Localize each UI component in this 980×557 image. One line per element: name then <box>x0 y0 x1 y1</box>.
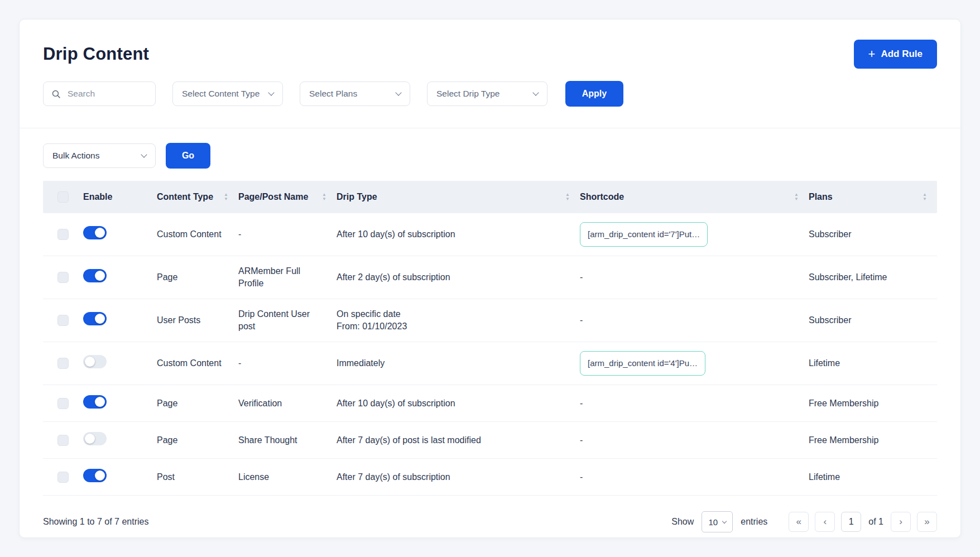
row-checkbox[interactable] <box>57 229 69 240</box>
table-row: PageShare ThoughtAfter 7 day(s) of post … <box>43 422 937 459</box>
drip-type-select[interactable]: Select Drip Type <box>427 81 547 106</box>
of-pages-text: of 1 <box>868 517 883 527</box>
enable-toggle[interactable] <box>83 469 107 482</box>
toggle-knob <box>95 397 105 407</box>
sort-icon[interactable]: ▲▼ <box>923 193 927 201</box>
page-title: Drip Content <box>43 44 149 64</box>
enable-cell <box>83 469 157 486</box>
enable-toggle[interactable] <box>83 226 107 239</box>
enable-toggle[interactable] <box>83 269 107 282</box>
go-button[interactable]: Go <box>166 143 210 169</box>
toggle-knob <box>85 357 95 367</box>
select-all-checkbox[interactable] <box>57 191 69 203</box>
page-post-name-cell: Drip Content User post <box>238 308 337 333</box>
row-checkbox-cell <box>43 472 83 483</box>
shortcode-chip[interactable]: [arm_drip_content id='7']Put… <box>580 222 708 247</box>
chevron-down-icon <box>395 89 401 95</box>
row-checkbox[interactable] <box>57 398 69 409</box>
plans-cell: Subscriber <box>809 314 937 326</box>
drip-rules-table: Enable Content Type ▲▼ Page/Post Name ▲▼… <box>43 181 937 496</box>
row-checkbox[interactable] <box>57 315 69 326</box>
row-checkbox-cell <box>43 272 83 283</box>
shortcode-cell: - <box>580 314 809 326</box>
content-type-cell: Page <box>157 271 238 284</box>
apply-button[interactable]: Apply <box>565 81 623 107</box>
plans-cell: Subscriber <box>809 228 937 241</box>
table-row: User PostsDrip Content User postOn speci… <box>43 299 937 342</box>
page-post-name-cell: - <box>238 228 337 241</box>
per-page-value: 10 <box>708 517 718 527</box>
shortcode-cell: [arm_drip_content id='7']Put… <box>580 222 809 247</box>
enable-cell <box>83 432 157 449</box>
drip-type-cell: After 7 day(s) of subscription <box>337 471 580 483</box>
row-checkbox-cell <box>43 358 83 369</box>
shortcode-cell: - <box>580 397 809 410</box>
table-body: Custom Content-After 10 day(s) of subscr… <box>43 213 937 496</box>
enable-toggle[interactable] <box>83 312 107 325</box>
search-input[interactable] <box>66 88 147 99</box>
column-header-content-type[interactable]: Content Type ▲▼ <box>157 192 238 202</box>
plans-cell: Lifetime <box>809 357 937 369</box>
row-checkbox[interactable] <box>57 435 69 446</box>
toggle-knob <box>95 228 105 238</box>
drip-content-card: Drip Content + Add Rule Select Content T… <box>19 19 961 538</box>
column-header-drip-type[interactable]: Drip Type ▲▼ <box>337 192 580 202</box>
column-header-page-post-name[interactable]: Page/Post Name ▲▼ <box>238 192 337 202</box>
row-checkbox[interactable] <box>57 272 69 283</box>
shortcode-cell: - <box>580 271 809 284</box>
per-page-select[interactable]: 10 <box>702 511 733 532</box>
bulk-actions-bar: Bulk Actions Go <box>20 128 960 169</box>
pagination: « ‹ 1 of 1 › » <box>789 512 937 532</box>
shortcode-cell: - <box>580 434 809 446</box>
card-header-section: Drip Content + Add Rule Select Content T… <box>20 20 960 107</box>
table-header-row: Enable Content Type ▲▼ Page/Post Name ▲▼… <box>43 181 937 213</box>
sort-icon[interactable]: ▲▼ <box>322 193 326 201</box>
content-type-cell: Page <box>157 434 238 446</box>
search-box <box>43 81 156 106</box>
enable-toggle[interactable] <box>83 432 107 445</box>
row-checkbox-cell <box>43 398 83 409</box>
toggle-knob <box>95 314 105 324</box>
enable-cell <box>83 312 157 329</box>
sort-icon[interactable]: ▲▼ <box>794 193 799 201</box>
plans-select-label: Select Plans <box>309 89 357 99</box>
toggle-knob <box>85 434 95 444</box>
enable-toggle[interactable] <box>83 355 107 368</box>
page-post-name-cell: License <box>238 471 337 483</box>
bulk-actions-select[interactable]: Bulk Actions <box>43 143 156 168</box>
shortcode-cell: - <box>580 471 809 483</box>
column-header-shortcode[interactable]: Shortcode ▲▼ <box>580 192 809 202</box>
chevron-down-icon <box>532 89 539 95</box>
row-checkbox[interactable] <box>57 472 69 483</box>
showing-entries-text: Showing 1 to 7 of 7 entries <box>43 517 148 527</box>
table-row: PostLicenseAfter 7 day(s) of subscriptio… <box>43 459 937 496</box>
prev-page-button[interactable]: ‹ <box>815 512 835 532</box>
table-row: Custom Content-After 10 day(s) of subscr… <box>43 213 937 256</box>
first-page-button[interactable]: « <box>789 512 809 532</box>
plans-select[interactable]: Select Plans <box>300 81 410 106</box>
shortcode-chip[interactable]: [arm_drip_content id='4']Pu… <box>580 351 705 376</box>
column-header-plans[interactable]: Plans ▲▼ <box>809 192 937 202</box>
table-row: PageVerificationAfter 10 day(s) of subsc… <box>43 385 937 422</box>
last-page-button[interactable]: » <box>917 512 937 532</box>
chevron-down-icon <box>268 89 274 95</box>
drip-type-select-label: Select Drip Type <box>436 89 499 99</box>
row-checkbox[interactable] <box>57 358 69 369</box>
table-row: PageARMember Full ProfileAfter 2 day(s) … <box>43 256 937 299</box>
row-checkbox-cell <box>43 229 83 240</box>
enable-toggle[interactable] <box>83 395 107 409</box>
page-post-name-cell: Share Thought <box>238 434 337 446</box>
add-rule-button[interactable]: + Add Rule <box>854 40 937 69</box>
enable-cell <box>83 269 157 286</box>
drip-type-cell: After 10 day(s) of subscription <box>337 397 580 410</box>
table-footer: Showing 1 to 7 of 7 entries Show 10 entr… <box>20 496 960 549</box>
next-page-button[interactable]: › <box>891 512 911 532</box>
content-type-cell: Custom Content <box>157 228 238 241</box>
sort-icon[interactable]: ▲▼ <box>565 193 570 201</box>
content-type-select[interactable]: Select Content Type <box>172 81 283 106</box>
sort-icon[interactable]: ▲▼ <box>224 193 228 201</box>
plans-cell: Free Membership <box>809 397 937 410</box>
current-page-indicator: 1 <box>841 512 861 532</box>
chevron-down-icon <box>141 151 147 157</box>
shortcode-cell: [arm_drip_content id='4']Pu… <box>580 351 809 376</box>
